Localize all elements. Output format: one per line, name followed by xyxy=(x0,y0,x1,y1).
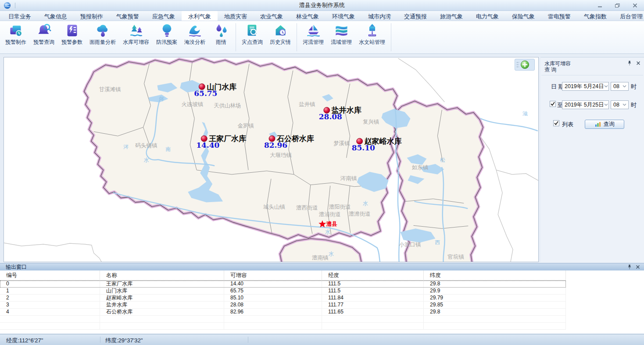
menu-tab-9[interactable]: 环境气象 xyxy=(326,11,361,21)
from-date-select[interactable]: 2019年 5月24日 xyxy=(562,82,609,91)
table-cell-id: 2 xyxy=(0,295,100,301)
list-checkbox[interactable] xyxy=(553,120,559,126)
menu-tab-6[interactable]: 地质灾害 xyxy=(218,11,254,21)
menu-tab-11[interactable]: 交通预报 xyxy=(397,11,433,21)
toolbar-hydro-station-button[interactable]: 水文站管理 xyxy=(355,23,389,46)
menu-tab-2[interactable]: 预报制作 xyxy=(74,11,110,21)
table-cell-empty xyxy=(424,316,566,322)
close-output-icon[interactable] xyxy=(635,264,640,270)
table-cell-capacity: 28.08 xyxy=(224,302,322,308)
table-cell-capacity: 14.40 xyxy=(224,281,322,287)
to-checkbox[interactable] xyxy=(550,101,556,107)
reservoir-query-panel: 水库可增容 查 询 日 期 2019年 5月24日 08 时 至 2019年 5… xyxy=(540,57,644,262)
table-row[interactable]: 0王家厂水库14.40111.529.8 xyxy=(0,281,566,288)
longitude-readout: 经度:112°6'27" xyxy=(6,337,43,345)
menu-tab-1[interactable]: 气象信息 xyxy=(38,11,74,21)
menu-tab-3[interactable]: 气象预警 xyxy=(110,11,146,21)
menu-tab-12[interactable]: 旅游气象 xyxy=(433,11,469,21)
table-header-cell[interactable]: 经度 xyxy=(322,270,424,281)
minimize-button[interactable] xyxy=(597,3,603,8)
town-label: 盐井镇 xyxy=(299,101,315,107)
reservoir-capacity-icon xyxy=(129,23,144,38)
town-label: 大堰垱镇 xyxy=(270,152,292,158)
table-cell-empty xyxy=(0,323,100,329)
reservoir-value-label: 14.40 xyxy=(196,141,219,149)
toolbar-history-disaster-button[interactable]: 历史灾情 xyxy=(266,23,294,46)
table-row[interactable]: 2赵家峪水库85.10111.8429.79 xyxy=(0,295,566,302)
table-cell-lat: 29.85 xyxy=(424,302,566,308)
table-cell-empty xyxy=(100,316,224,322)
menu-tab-7[interactable]: 农业气象 xyxy=(254,11,290,21)
river-label: 涔 xyxy=(158,96,164,102)
toolbar-alert-query-button[interactable]: 预警查询 xyxy=(30,23,58,46)
table-row[interactable]: 3盐井水库28.08111.7729.85 xyxy=(0,302,566,309)
river-label: 水 xyxy=(143,157,149,163)
toolbar-submerge-analysis-button[interactable]: 淹没分析 xyxy=(181,23,209,46)
output-title: 输出窗口 xyxy=(6,263,27,271)
toolbar-label: 灾点查询 xyxy=(242,39,263,46)
town-label: 澧南镇 xyxy=(312,255,329,261)
map-panel[interactable]: 涔涔南水水水水西松滋甘溪滩镇火连坡镇天供山林场金罗镇盐井镇复兴镇码头铺镇梦溪镇大… xyxy=(4,57,539,262)
toolbar-label: 雨情 xyxy=(216,39,226,46)
toolbar-label: 流域管理 xyxy=(331,39,352,46)
query-button[interactable]: 查询 xyxy=(585,120,624,129)
neighbor-boundary xyxy=(496,170,538,181)
table-cell-lat: 29.9 xyxy=(424,288,566,294)
to-date-select[interactable]: 2019年 5月25日 xyxy=(562,100,609,109)
rain-analysis-icon xyxy=(95,23,111,38)
menu-tab-0[interactable]: 日常业务 xyxy=(2,11,38,21)
river xyxy=(480,118,537,131)
menu-tab-4[interactable]: 应急气象 xyxy=(146,11,182,21)
output-header: 输出窗口 xyxy=(0,263,644,270)
table-row[interactable]: 4石公桥水库82.96111.6529.8 xyxy=(0,309,566,316)
to-hour-select[interactable]: 08 xyxy=(611,100,629,109)
menu-tab-14[interactable]: 保险气象 xyxy=(505,11,541,21)
menu-tab-8[interactable]: 林业气象 xyxy=(290,11,326,21)
table-row-empty xyxy=(0,316,566,323)
table-header-cell[interactable]: 纬度 xyxy=(424,270,566,281)
zoom-in-button[interactable] xyxy=(520,60,530,69)
query-button-icon xyxy=(595,121,601,127)
toolbar-river-manage-button[interactable]: 河流管理 xyxy=(299,23,327,46)
table-row-empty xyxy=(0,323,566,330)
table-cell-empty xyxy=(100,323,224,329)
toolbar-disaster-query-button[interactable]: 灾点查询 xyxy=(238,23,266,46)
latitude-readout: 纬度:29°37'32" xyxy=(105,337,143,345)
map-mini-toolbar xyxy=(515,59,535,71)
toolbar-reservoir-capacity-button[interactable]: 水库可增容 xyxy=(119,23,153,46)
table-cell-lon: 111.5 xyxy=(322,281,424,287)
window-title: 澧县业务制作系统 xyxy=(299,1,345,9)
table-row[interactable]: 1山门水库65.75111.529.9 xyxy=(0,288,566,295)
pin-panel-icon[interactable] xyxy=(627,60,632,66)
drag-handle-icon[interactable] xyxy=(516,61,519,68)
table-cell-id: 1 xyxy=(0,288,100,294)
menu-tab-5[interactable]: 水利气象 xyxy=(182,11,218,21)
table-header-cell[interactable]: 名称 xyxy=(100,270,224,281)
app-logo-icon xyxy=(4,2,11,9)
pin-output-icon[interactable] xyxy=(627,264,632,270)
restore-button[interactable] xyxy=(615,3,620,8)
town-label: 城头山镇 xyxy=(263,204,285,210)
close-panel-icon[interactable] xyxy=(636,60,641,66)
toolbar-label: 面雨量分析 xyxy=(89,39,116,46)
from-hour-select[interactable]: 08 xyxy=(611,82,629,91)
toolbar-alert-params-button[interactable]: 预警参数 xyxy=(58,23,86,46)
menu-tab-13[interactable]: 电力气象 xyxy=(469,11,505,21)
toolbar-flood-plan-button[interactable]: 防汛预案 xyxy=(153,23,181,46)
menu-tab-10[interactable]: 城市内涝 xyxy=(361,11,397,21)
close-button[interactable] xyxy=(632,3,638,8)
query-button-label: 查询 xyxy=(604,121,615,128)
table-header-cell[interactable]: 编号 xyxy=(0,270,100,281)
menu-tab-15[interactable]: 雷电预警 xyxy=(541,11,577,21)
toolbar-rain-analysis-button[interactable]: 面雨量分析 xyxy=(86,23,119,46)
toolbar-alert-make-button[interactable]: 预警制作 xyxy=(2,23,30,46)
toolbar-separator xyxy=(297,23,297,51)
history-disaster-icon xyxy=(273,23,288,38)
toolbar-label: 预警查询 xyxy=(33,39,54,46)
menu-tab-16[interactable]: 气象指数 xyxy=(577,11,613,21)
table-header-cell[interactable]: 可增容 xyxy=(224,270,322,281)
toolbar-basin-manage-button[interactable]: 流域管理 xyxy=(327,23,355,46)
menu-tab-17[interactable]: 后台管理 xyxy=(613,11,644,21)
reservoir-value-label: 28.08 xyxy=(319,112,342,121)
toolbar-rain-info-button[interactable]: 雨情 xyxy=(209,23,233,46)
